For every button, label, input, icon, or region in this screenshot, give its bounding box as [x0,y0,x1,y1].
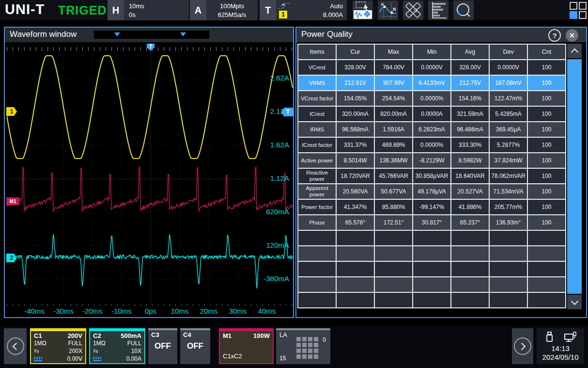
table-cell[interactable]: IRMS [298,122,336,137]
statistics-button[interactable] [428,0,449,20]
table-cell[interactable]: 6.2823mA [413,122,450,137]
table-cell[interactable]: 136.36MW [375,153,412,168]
c2-waveform[interactable] [7,234,293,288]
table-cell[interactable]: 45.766VAR [375,169,412,183]
m1-position-marker[interactable]: M1 [6,197,19,205]
table-cell[interactable]: 122.47m% [490,91,527,106]
table-cell[interactable]: 85.880% [375,200,412,214]
table-cell[interactable]: 8.5014W [337,153,374,168]
table-cell[interactable]: 65.576° [337,215,374,230]
table-cell[interactable]: 784.00V [375,60,412,75]
horizontal-menu[interactable]: H 10ms 0s [108,0,189,20]
table-cell[interactable]: 187.08mV [490,76,527,90]
table-cell[interactable]: 30.817° [413,215,450,230]
table-cell[interactable]: 65.237° [451,215,489,230]
table-cell[interactable]: 18.720VAR [337,169,374,183]
table-cell[interactable]: ICrest factor [298,138,336,152]
window-layout-button[interactable] [570,2,586,18]
table-cell[interactable]: 0.0000A [413,107,450,121]
scroll-down-button[interactable] [567,295,582,309]
table-cell[interactable]: 6.4133mV [413,76,450,90]
table-cell[interactable]: -99.147% [413,200,450,214]
m1-waveform[interactable] [7,167,293,212]
table-cell[interactable]: 369.45µA [490,122,527,137]
table-cell[interactable]: 0.0000V [413,60,450,75]
table-cell[interactable]: 18.640VAR [451,169,489,183]
waveform-plot[interactable] [7,51,293,304]
table-cell[interactable]: 154.16% [451,91,489,106]
channel3-tile[interactable]: C3 OFF [148,328,177,364]
la-tile[interactable]: LA 0 15 [276,328,330,364]
table-cell[interactable]: 100 [528,138,565,152]
table-cell[interactable]: 71.534mVA [490,184,527,199]
table-cell[interactable]: 136.93m° [490,215,527,230]
table-cell[interactable]: 172.51° [375,215,412,230]
table-cell[interactable]: 0.0000V [490,60,527,75]
table-cell[interactable]: 96.486mA [451,122,489,137]
c1-waveform[interactable] [7,56,293,159]
pq-close-button[interactable] [566,29,578,42]
table-cell[interactable]: 205.77m% [490,200,527,214]
table-cell[interactable]: 41.347% [337,200,374,214]
table-cell[interactable]: Power factor [298,200,336,214]
table-cell[interactable]: 5.4285mA [490,107,527,121]
table-cell[interactable]: 30.858µVAR [413,169,450,183]
waveform-selector-bar[interactable] [94,31,209,39]
table-cell[interactable]: 100 [528,76,565,90]
waveform-select-button[interactable] [353,0,373,20]
table-cell[interactable]: 100 [528,184,565,199]
search-button[interactable] [453,0,474,20]
table-cell[interactable]: 20.527VA [451,184,489,199]
table-cell[interactable]: 331.37% [337,138,374,152]
cursor-measure-button[interactable]: A B [378,0,398,20]
table-cell[interactable]: 333.30% [451,138,489,152]
dropdown-arrow-icon[interactable] [180,32,186,36]
table-cell[interactable]: 100 [528,107,565,121]
dropdown-arrow-icon[interactable] [114,32,120,36]
table-cell[interactable]: 328.00V [337,60,374,75]
channel2-tile[interactable]: C2500mA 1MΩFULL ⇆10X 0.00A [89,328,145,364]
table-cell[interactable]: 50.677VA [375,184,412,199]
scroll-up-button[interactable] [567,44,582,58]
table-cell[interactable]: 328.00V [451,60,489,75]
table-cell[interactable]: VRMS [298,76,336,90]
measure-button[interactable] [403,0,423,20]
table-cell[interactable]: -8.2129W [413,153,450,168]
table-cell[interactable]: 20.560VA [337,184,374,199]
table-cell[interactable]: 41.886% [451,200,489,214]
table-cell[interactable]: ICrest [298,107,336,121]
acquisition-menu[interactable]: A 100Mpts 625MSa/s [190,0,258,20]
table-cell[interactable]: 5.2877% [490,138,527,152]
table-cell[interactable]: 78.062mVAR [490,169,527,183]
math1-tile[interactable]: M1100W C1xC2 [219,328,274,364]
table-cell[interactable]: VCrest factor [298,91,336,106]
table-cell[interactable]: 0.0000% [413,91,450,106]
table-cell[interactable]: Active power [298,153,336,168]
table-cell[interactable]: Apparent power [298,184,336,199]
channel4-tile[interactable]: C4 OFF [180,328,210,364]
channel-bar-next-button[interactable] [512,328,533,364]
table-cell[interactable]: 307.99V [375,76,412,90]
table-cell[interactable]: 96.568mA [337,122,374,137]
table-cell[interactable]: 212.75V [451,76,489,90]
table-cell[interactable]: 469.69% [375,138,412,152]
table-cell[interactable]: 100 [528,169,565,183]
table-cell[interactable]: 100 [528,200,565,214]
table-cell[interactable]: 0.0000% [413,138,450,152]
trigger-menu[interactable]: T 1 Auto 8.000A [260,0,347,20]
table-cell[interactable]: 8.5982W [451,153,489,168]
table-cell[interactable]: 100 [528,91,565,106]
table-cell[interactable]: 321.59mA [451,107,489,121]
table-cell[interactable]: 37.824mW [490,153,527,168]
table-cell[interactable]: 100 [528,153,565,168]
table-cell[interactable]: 254.54% [375,91,412,106]
scrollbar-thumb[interactable] [567,59,582,294]
pq-help-button[interactable]: ? [548,29,561,42]
channel-bar-prev-button[interactable] [4,328,27,364]
table-cell[interactable]: 212.91V [337,76,374,90]
pq-scrollbar[interactable] [567,44,582,309]
table-cell[interactable]: 49.178µVA [413,184,450,199]
table-cell[interactable]: Reactive power [298,169,336,183]
table-cell[interactable]: 1.5916A [375,122,412,137]
table-cell[interactable]: 320.00mA [337,107,374,121]
